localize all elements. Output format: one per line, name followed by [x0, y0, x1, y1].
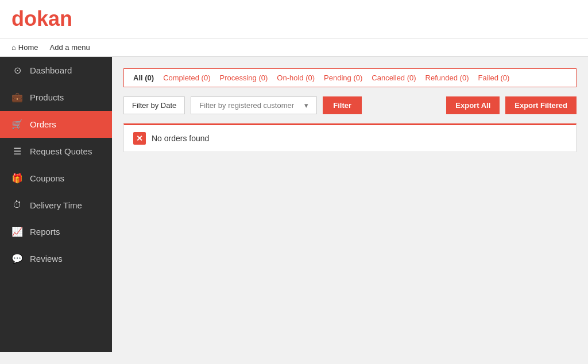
reviews-icon: 💬 — [11, 253, 23, 264]
logo-suffix: okan — [24, 7, 72, 30]
nav-bar: ⌂ Home Add a menu — [0, 38, 588, 57]
sidebar-item-label: Reviews — [30, 254, 63, 264]
request-quotes-icon: ☰ — [11, 146, 23, 157]
filter-customer-dropdown[interactable]: Filter by registered customer ▾ — [191, 96, 317, 114]
export-filtered-button[interactable]: Export Filtered — [505, 96, 577, 114]
export-all-label: Export All — [455, 101, 490, 110]
sidebar-item-label: Reports — [30, 227, 60, 237]
sidebar-item-reviews[interactable]: 💬 Reviews — [0, 245, 112, 272]
filter-customer-placeholder: Filter by registered customer — [199, 101, 294, 110]
delivery-time-icon: ⏱ — [11, 200, 23, 210]
tab-pending[interactable]: Pending (0) — [324, 73, 362, 82]
sidebar-item-orders[interactable]: 🛒 Orders — [0, 111, 112, 138]
main-content: All (0) Completed (0) Processing (0) On-… — [112, 57, 588, 352]
sidebar-item-dashboard[interactable]: ⊙ Dashboard — [0, 57, 112, 84]
sidebar-item-label: Request Quotes — [30, 146, 92, 156]
tab-all[interactable]: All (0) — [133, 73, 154, 82]
main-layout: ⊙ Dashboard 💼 Products 🛒 Orders ☰ Reques… — [0, 57, 588, 352]
coupons-icon: 🎁 — [11, 173, 23, 184]
tab-failed[interactable]: Failed (0) — [478, 73, 510, 82]
filter-by-date-button[interactable]: Filter by Date — [123, 96, 185, 114]
sidebar-item-reports[interactable]: 📈 Reports — [0, 218, 112, 245]
sidebar-item-label: Orders — [30, 119, 56, 129]
nav-home[interactable]: ⌂ Home — [11, 43, 38, 52]
filter-button[interactable]: Filter — [323, 96, 362, 114]
filter-date-label: Filter by Date — [132, 101, 176, 110]
tab-on-hold[interactable]: On-hold (0) — [277, 73, 315, 82]
reports-icon: 📈 — [11, 226, 23, 237]
orders-icon: 🛒 — [11, 119, 23, 130]
export-filtered-label: Export Filtered — [514, 101, 567, 110]
tab-cancelled[interactable]: Cancelled (0) — [372, 73, 416, 82]
nav-add-menu-label: Add a menu — [50, 43, 90, 52]
order-tabs: All (0) Completed (0) Processing (0) On-… — [123, 68, 577, 87]
nav-add-menu[interactable]: Add a menu — [50, 43, 90, 52]
tab-processing[interactable]: Processing (0) — [220, 73, 268, 82]
filter-row: Filter by Date Filter by registered cust… — [123, 96, 577, 114]
tab-completed[interactable]: Completed (0) — [163, 73, 210, 82]
export-all-button[interactable]: Export All — [446, 96, 500, 114]
sidebar-item-label: Delivery Time — [30, 200, 82, 210]
nav-home-label: Home — [18, 43, 38, 52]
no-orders-row: ✕ No orders found — [124, 125, 576, 152]
home-icon: ⌂ — [11, 43, 16, 52]
sidebar-item-request-quotes[interactable]: ☰ Request Quotes — [0, 138, 112, 165]
sidebar-item-products[interactable]: 💼 Products — [0, 84, 112, 111]
products-icon: 💼 — [11, 92, 23, 103]
header: dokan — [0, 0, 588, 38]
close-icon: ✕ — [133, 132, 146, 145]
chevron-down-icon: ▾ — [304, 101, 308, 110]
sidebar-item-delivery-time[interactable]: ⏱ Delivery Time — [0, 192, 112, 218]
orders-area: ✕ No orders found — [123, 123, 577, 152]
tab-refunded[interactable]: Refunded (0) — [425, 73, 469, 82]
sidebar: ⊙ Dashboard 💼 Products 🛒 Orders ☰ Reques… — [0, 57, 112, 352]
dashboard-icon: ⊙ — [11, 65, 23, 76]
sidebar-item-coupons[interactable]: 🎁 Coupons — [0, 165, 112, 192]
sidebar-item-label: Coupons — [30, 173, 64, 183]
sidebar-item-label: Products — [30, 92, 64, 102]
logo: dokan — [11, 7, 72, 31]
sidebar-item-label: Dashboard — [30, 65, 72, 75]
no-orders-text: No orders found — [152, 134, 209, 143]
logo-brand-letter: d — [11, 7, 24, 30]
filter-button-label: Filter — [333, 101, 351, 110]
